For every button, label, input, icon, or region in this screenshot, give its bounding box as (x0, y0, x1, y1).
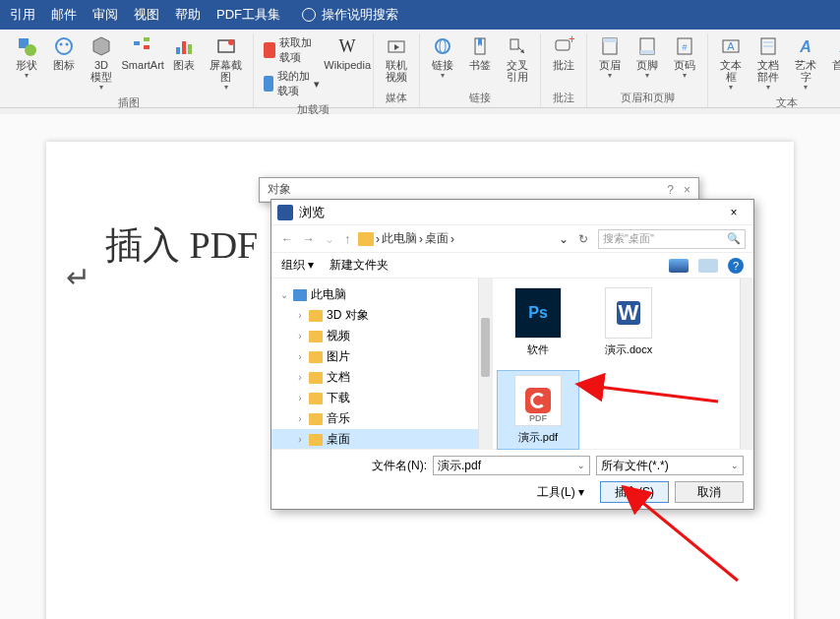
search-input[interactable]: 搜索"桌面" 🔍 (598, 229, 746, 249)
wordart-button[interactable]: A 艺术字 ▾ (789, 33, 822, 93)
expand-icon[interactable]: › (295, 331, 305, 341)
expand-icon[interactable]: › (295, 351, 305, 362)
close-button[interactable]: × (684, 183, 690, 197)
bookmark-icon (469, 35, 491, 57)
up-button[interactable]: ↑ (342, 232, 352, 246)
bulb-icon (302, 8, 316, 22)
path-dropdown-icon[interactable]: ⌄ (559, 232, 569, 246)
refresh-button[interactable]: ↻ (574, 232, 592, 246)
shapes-button[interactable]: 形状 ▾ (10, 33, 43, 82)
svg-rect-34 (763, 41, 773, 43)
back-button[interactable]: ← (279, 232, 295, 246)
svg-rect-26 (603, 38, 617, 42)
ribbon-group-text: A 文本框 ▾ 文档部件 ▾ A 艺术字 ▾ A 首字 文本 (708, 33, 840, 107)
header-button[interactable]: 页眉 ▾ (593, 33, 627, 82)
link-button[interactable]: 链接 ▾ (426, 33, 459, 82)
search-icon: 🔍 (727, 232, 741, 245)
svg-rect-11 (188, 44, 192, 54)
expand-icon[interactable]: › (295, 310, 305, 321)
ribbon-group-media: 联机视频 媒体 (374, 33, 420, 107)
online-video-button[interactable]: 联机视频 (380, 33, 413, 85)
files-pane[interactable]: 软件 演示.docx PDF 演示.pdf (493, 279, 753, 449)
dropcap-icon: A (832, 35, 840, 57)
chevron-down-icon[interactable]: ⌄ (323, 232, 336, 246)
icons-button[interactable]: 图标 (47, 33, 81, 73)
browse-dialog: 浏览 × ← → ⌄ ↑ › 此电脑 › 桌面 › ⌄ ↻ 搜索"桌面" 🔍 组… (270, 199, 754, 510)
svg-rect-21 (510, 39, 518, 49)
group-label: 页眉和页脚 (621, 89, 675, 107)
menu-item[interactable]: 邮件 (51, 6, 77, 24)
browse-titlebar[interactable]: 浏览 × (271, 200, 753, 225)
help-icon[interactable]: ? (728, 258, 744, 274)
dropcap-button[interactable]: A 首字 (826, 33, 840, 73)
chevron-down-icon[interactable]: ⌄ (577, 461, 585, 470)
tree-item-desktop[interactable]: ›桌面 (271, 429, 492, 449)
textbox-button[interactable]: A 文本框 ▾ (714, 33, 748, 93)
expand-icon[interactable]: › (295, 434, 305, 445)
preview-icon[interactable] (698, 259, 718, 273)
folder-icon (309, 393, 323, 404)
view-icon[interactable] (669, 259, 689, 273)
expand-icon[interactable]: ⌄ (279, 289, 289, 300)
svg-text:A: A (799, 38, 811, 55)
menu-item[interactable]: 审阅 (92, 6, 118, 24)
newfolder-button[interactable]: 新建文件夹 (330, 257, 389, 274)
my-addins-button[interactable]: 我的加载项 ▾ (264, 69, 320, 98)
cancel-button[interactable]: 取消 (675, 481, 744, 503)
pagenum-icon: # (674, 35, 695, 57)
file-item-folder[interactable]: 软件 (497, 282, 579, 362)
header-icon (599, 35, 621, 57)
docparts-button[interactable]: 文档部件 ▾ (751, 33, 785, 93)
smartart-button[interactable]: SmartArt (122, 33, 163, 73)
insert-button[interactable]: 插入(S) (600, 481, 669, 503)
tree-item[interactable]: ›图片 (271, 346, 492, 367)
ribbon-group-comments: + 批注 批注 (541, 33, 587, 107)
screenshot-button[interactable]: 屏幕截图 ▾ (205, 33, 247, 93)
comment-button[interactable]: + 批注 (547, 33, 580, 73)
file-item-pdf[interactable]: PDF 演示.pdf (497, 370, 579, 450)
tree-item[interactable]: ›下载 (271, 388, 492, 408)
menu-item[interactable]: 引用 (10, 6, 35, 24)
help-button[interactable]: ? (667, 183, 674, 197)
filename-input[interactable]: 演示.pdf ⌄ (433, 456, 590, 475)
ribbon-group-headerfooter: 页眉 ▾ 页脚 ▾ # 页码 ▾ 页眉和页脚 (587, 33, 708, 107)
search-placeholder: 搜索"桌面" (603, 231, 654, 246)
pagenum-button[interactable]: # 页码 ▾ (668, 33, 701, 82)
file-item-docx[interactable]: 演示.docx (587, 282, 670, 362)
tree-item-thispc[interactable]: ⌄ 此电脑 (271, 284, 492, 305)
expand-icon[interactable]: › (295, 413, 305, 424)
tree-scrollbar[interactable] (478, 279, 492, 449)
tree-item[interactable]: ›文档 (271, 367, 492, 388)
expand-icon[interactable]: › (295, 393, 305, 403)
scrollbar-thumb[interactable] (481, 318, 490, 377)
footer-button[interactable]: 页脚 ▾ (630, 33, 664, 82)
get-addins-button[interactable]: 获取加载项 (264, 35, 320, 65)
tools-button[interactable]: 工具(L) ▾ (537, 484, 584, 501)
organize-button[interactable]: 组织 ▾ (281, 257, 314, 274)
tree-item[interactable]: ›视频 (271, 326, 492, 346)
crossref-button[interactable]: 交叉引用 (501, 33, 534, 85)
wikipedia-button[interactable]: W Wikipedia (328, 33, 367, 73)
close-button[interactable]: × (720, 203, 748, 222)
files-scrollbar[interactable] (740, 279, 753, 449)
path-segment[interactable]: 此电脑 (382, 230, 417, 247)
svg-text:+: + (569, 35, 574, 46)
ps-icon (514, 287, 562, 339)
tree-item[interactable]: ›音乐 (271, 408, 492, 429)
forward-button[interactable]: → (301, 232, 317, 246)
chart-button[interactable]: 图表 (167, 33, 201, 73)
menu-item[interactable]: 视图 (134, 6, 159, 24)
svg-marker-5 (93, 37, 109, 55)
help-search[interactable]: 操作说明搜索 (302, 6, 398, 24)
path-segment[interactable]: 桌面 (425, 230, 449, 247)
menu-item[interactable]: PDF工具集 (216, 6, 280, 24)
expand-icon[interactable]: › (295, 372, 305, 383)
bookmark-button[interactable]: 书签 (463, 33, 497, 73)
tree-item[interactable]: ›3D 对象 (271, 305, 492, 326)
folder-icon (309, 372, 323, 384)
menu-item[interactable]: 帮助 (175, 6, 201, 24)
filetype-select[interactable]: 所有文件(*.*) ⌄ (596, 456, 744, 475)
3dmodel-button[interactable]: 3D 模型 ▾ (85, 33, 118, 93)
chevron-down-icon[interactable]: ⌄ (731, 461, 739, 470)
path-bar[interactable]: › 此电脑 › 桌面 › ⌄ (358, 230, 569, 247)
